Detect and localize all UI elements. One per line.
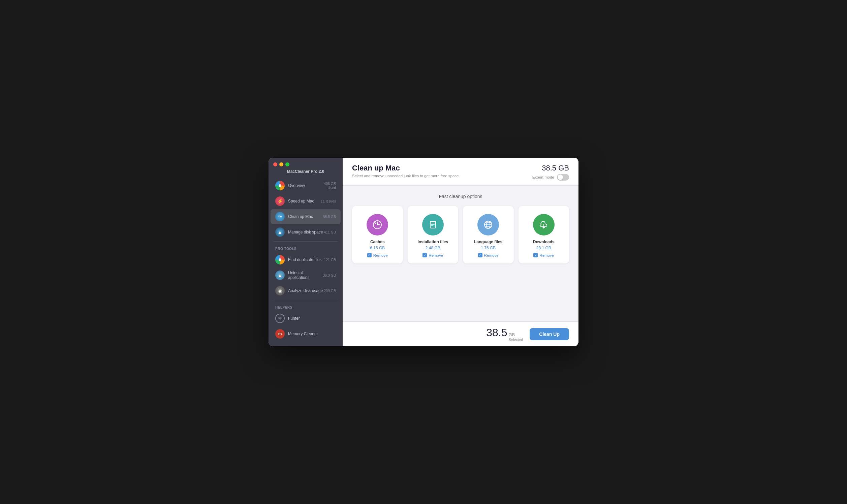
- sidebar-item-speedup[interactable]: ⚡ Speed up Mac 11 Issues: [271, 194, 341, 209]
- cards-grid: Caches 6.15 GB ✓ Remove: [352, 206, 569, 264]
- svg-rect-1: [430, 221, 436, 228]
- sidebar-item-funter[interactable]: 👁 Funter: [271, 311, 341, 326]
- card-caches[interactable]: Caches 6.15 GB ✓ Remove: [352, 206, 403, 264]
- installation-icon: [422, 214, 444, 235]
- card-installation[interactable]: Installation files 2.48 GB ✓ Remove: [408, 206, 458, 264]
- sidebar-item-analyze[interactable]: ◉ Analyze disk usage 239 GB: [271, 283, 341, 298]
- helpers-divider: [273, 300, 338, 300]
- page-subtitle: Select and remove unneeded junk files to…: [352, 174, 460, 178]
- sidebar-badge-uninstall: 36.3 GB: [323, 273, 336, 277]
- caches-size: 6.15 GB: [370, 246, 385, 250]
- sidebar-item-duplicate[interactable]: Find duplicate files 121 GB: [271, 252, 341, 267]
- caches-remove[interactable]: ✓ Remove: [367, 253, 388, 257]
- footer-size-label: Selected: [509, 338, 523, 342]
- cleanup-icon: 〜: [275, 212, 285, 221]
- main-content: Clean up Mac Select and remove unneeded …: [343, 158, 578, 346]
- installation-size: 2.48 GB: [426, 246, 440, 250]
- sidebar: MacCleaner Pro 2.0 Overview 406 GB Used …: [269, 158, 343, 346]
- sidebar-label-overview: Overview: [288, 183, 324, 188]
- sidebar-badge-analyze: 239 GB: [324, 289, 336, 293]
- sidebar-label-funter: Funter: [288, 316, 336, 321]
- downloads-name: Downloads: [533, 239, 555, 244]
- pro-divider: [273, 241, 338, 241]
- app-title: MacCleaner Pro 2.0: [269, 169, 343, 178]
- maximize-button[interactable]: [285, 162, 289, 166]
- language-icon: [477, 214, 499, 235]
- footer-size-num: 38.5: [486, 326, 507, 339]
- installation-name: Installation files: [417, 239, 448, 244]
- disk-icon: ▲: [275, 228, 285, 237]
- sidebar-item-disk[interactable]: ▲ Manage disk space 411 GB: [271, 225, 341, 239]
- total-size: 38.5 GB: [532, 164, 569, 173]
- caches-name: Caches: [370, 239, 385, 244]
- main-body: Fast cleanup options Caches 6.15 GB ✓: [343, 186, 578, 321]
- sidebar-label-disk: Manage disk space: [288, 230, 324, 234]
- card-downloads[interactable]: Downloads 28.1 GB ✓ Remove: [519, 206, 570, 264]
- sidebar-item-uninstall[interactable]: ▲ Uninstall applications 36.3 GB: [271, 268, 341, 283]
- sidebar-label-duplicate: Find duplicate files: [288, 257, 324, 262]
- sidebar-label-cleanup: Clean up Mac: [288, 214, 323, 219]
- language-size: 1.76 GB: [481, 246, 495, 250]
- sidebar-label-uninstall: Uninstall applications: [288, 271, 323, 280]
- funter-icon: 👁: [275, 314, 285, 323]
- pro-tools-label: PRO Tools: [269, 243, 343, 252]
- sidebar-badge-overview: 406 GB Used: [324, 182, 336, 190]
- memory-icon: m: [275, 329, 285, 339]
- helpers-label: Helpers: [269, 302, 343, 311]
- footer-size-unit: GB: [509, 332, 515, 337]
- sidebar-badge-speedup: 11 Issues: [321, 199, 336, 203]
- downloads-checkbox[interactable]: ✓: [533, 253, 538, 257]
- analyze-icon: ◉: [275, 286, 285, 295]
- installation-remove[interactable]: ✓ Remove: [422, 253, 443, 257]
- sidebar-label-memory: Memory Cleaner: [288, 331, 336, 336]
- uninstall-icon: ▲: [275, 271, 285, 280]
- close-button[interactable]: [273, 162, 277, 166]
- language-name: Language files: [474, 239, 502, 244]
- footer-size: 38.5 GB Selected: [486, 326, 523, 342]
- cleanup-button[interactable]: Clean Up: [529, 328, 569, 340]
- card-language[interactable]: Language files 1.76 GB ✓ Remove: [463, 206, 514, 264]
- sidebar-badge-disk: 411 GB: [324, 230, 336, 234]
- caches-checkbox[interactable]: ✓: [367, 253, 372, 257]
- section-title: Fast cleanup options: [352, 194, 569, 199]
- sidebar-badge-duplicate: 121 GB: [324, 258, 336, 262]
- caches-icon: [366, 214, 388, 235]
- expert-mode-toggle[interactable]: [557, 174, 569, 181]
- downloads-icon: [533, 214, 555, 235]
- sidebar-label-analyze: Analyze disk usage: [288, 288, 324, 293]
- speedup-icon: ⚡: [275, 196, 285, 206]
- titlebar: [269, 158, 343, 169]
- sidebar-label-speedup: Speed up Mac: [288, 199, 321, 203]
- main-header: Clean up Mac Select and remove unneeded …: [343, 158, 578, 186]
- language-remove[interactable]: ✓ Remove: [478, 253, 499, 257]
- expert-mode-label: Expert mode: [532, 175, 554, 179]
- sidebar-item-overview[interactable]: Overview 406 GB Used: [271, 178, 341, 193]
- sidebar-item-cleanup[interactable]: 〜 Clean up Mac 38.5 GB: [271, 209, 341, 224]
- downloads-size: 28.1 GB: [536, 246, 551, 250]
- overview-icon: [275, 181, 285, 190]
- installation-checkbox[interactable]: ✓: [422, 253, 427, 257]
- duplicate-icon: [275, 255, 285, 265]
- sidebar-item-memory[interactable]: m Memory Cleaner: [271, 326, 341, 341]
- app-window: MacCleaner Pro 2.0 Overview 406 GB Used …: [269, 158, 578, 346]
- minimize-button[interactable]: [279, 162, 283, 166]
- main-footer: 38.5 GB Selected Clean Up: [343, 321, 578, 346]
- language-checkbox[interactable]: ✓: [478, 253, 483, 257]
- downloads-remove[interactable]: ✓ Remove: [533, 253, 554, 257]
- page-title: Clean up Mac: [352, 164, 460, 173]
- sidebar-badge-cleanup: 38.5 GB: [323, 215, 336, 219]
